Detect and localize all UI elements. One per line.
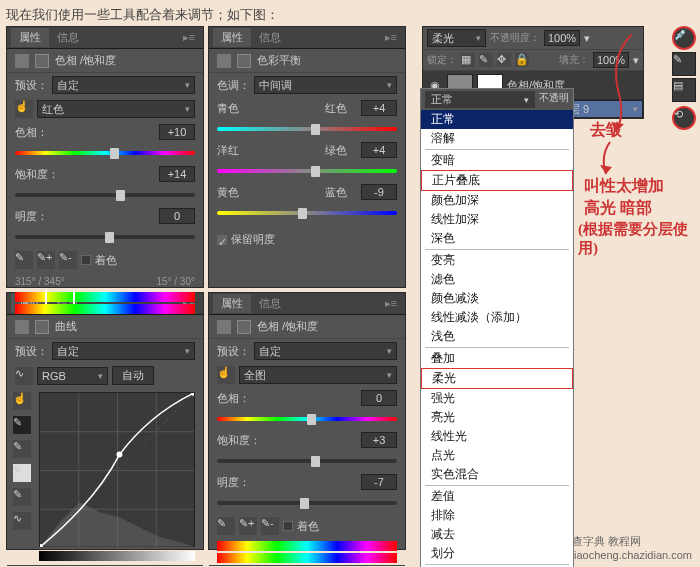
preset-select[interactable]: 自定 — [254, 342, 397, 360]
hue-value[interactable]: 0 — [361, 390, 397, 406]
stamp-tool-icon[interactable]: ▤ — [672, 78, 696, 102]
point-icon[interactable]: ∿ — [15, 367, 33, 385]
preset-label: 预设： — [15, 78, 48, 93]
preset-select[interactable]: 自定 — [52, 76, 195, 94]
light-slider[interactable] — [217, 496, 397, 510]
blend-option[interactable]: 线性加深 — [421, 210, 573, 229]
handwriting-note-3: 高光 暗部 — [584, 198, 652, 219]
preset-select[interactable]: 自定 — [52, 342, 195, 360]
blend-option[interactable]: 点光 — [421, 446, 573, 465]
hue-slider[interactable] — [15, 146, 195, 160]
blend-option[interactable]: 颜色减淡 — [421, 289, 573, 308]
lock-paint-icon[interactable]: ✎ — [479, 53, 493, 67]
history-brush-tool-icon[interactable]: ⟲ — [672, 106, 696, 130]
eyedropper-icon[interactable]: ✎ — [217, 517, 235, 535]
pencil-icon[interactable]: ✎ — [13, 488, 31, 506]
colorize-checkbox[interactable] — [81, 255, 91, 265]
blend-option[interactable]: 正片叠底 — [421, 170, 573, 191]
blend-option[interactable]: 变暗 — [421, 151, 573, 170]
lock-pixels-icon[interactable]: ▦ — [461, 53, 475, 67]
blend-head-select[interactable]: 正常 — [425, 91, 535, 108]
blend-option[interactable]: 溶解 — [421, 129, 573, 148]
tab-properties[interactable]: 属性 — [213, 28, 251, 47]
hue-value[interactable]: +10 — [159, 124, 195, 140]
opacity-arrow-icon[interactable]: ▾ — [584, 32, 590, 45]
blend-option[interactable]: 强光 — [421, 389, 573, 408]
cyan-red-value[interactable]: +4 — [361, 100, 397, 116]
target-icon[interactable]: ☝ — [13, 392, 31, 410]
mask-icon — [237, 54, 251, 68]
blend-option[interactable]: 叠加 — [421, 349, 573, 368]
eyedropper-sub-icon[interactable]: ✎- — [261, 517, 279, 535]
menu-separator — [425, 485, 569, 486]
magenta-green-slider[interactable] — [217, 164, 397, 178]
lock-move-icon[interactable]: ✥ — [497, 53, 511, 67]
brush-tool-icon[interactable]: ✎ — [672, 52, 696, 76]
channel-select[interactable]: 全图 — [239, 366, 397, 384]
finger-icon[interactable]: ☝ — [15, 100, 33, 118]
blend-option[interactable]: 滤色 — [421, 270, 573, 289]
black-point-icon[interactable]: ✎ — [13, 416, 31, 434]
tone-select[interactable]: 中间调 — [254, 76, 397, 94]
channel-select[interactable]: 红色 — [37, 100, 195, 118]
light-value[interactable]: 0 — [159, 208, 195, 224]
eyedropper-icon[interactable]: ✎ — [15, 251, 33, 269]
blend-option[interactable]: 颜色加深 — [421, 191, 573, 210]
curve-graph[interactable] — [39, 392, 195, 547]
yellow-blue-slider[interactable] — [217, 206, 397, 220]
colorize-label: 着色 — [95, 253, 117, 268]
white-point-icon[interactable]: ✎ — [13, 464, 31, 482]
channel-select[interactable]: RGB — [37, 367, 108, 385]
blend-option[interactable]: 变亮 — [421, 251, 573, 270]
smooth-icon[interactable]: ∿ — [13, 512, 31, 530]
finger-icon[interactable]: ☝ — [217, 366, 235, 384]
opacity-label: 不透明度： — [490, 31, 540, 45]
yellow-blue-value[interactable]: -9 — [361, 184, 397, 200]
preserve-lum-checkbox[interactable]: ✓ — [217, 235, 227, 245]
lock-all-icon[interactable]: 🔒 — [515, 53, 529, 67]
eyedropper-add-icon[interactable]: ✎+ — [239, 517, 257, 535]
sat-value[interactable]: +3 — [361, 432, 397, 448]
tab-properties[interactable]: 属性 — [213, 294, 251, 313]
sat-label: 饱和度： — [217, 433, 261, 448]
blend-option[interactable]: 正常 — [421, 110, 573, 129]
blend-option[interactable]: 亮光 — [421, 408, 573, 427]
tab-info[interactable]: 信息 — [251, 294, 289, 313]
hue-slider[interactable] — [217, 412, 397, 426]
opacity-value[interactable]: 100% — [544, 30, 580, 46]
blend-option[interactable]: 划分 — [421, 544, 573, 563]
blend-option[interactable]: 线性减淡（添加） — [421, 308, 573, 327]
hue-range-bar[interactable] — [15, 292, 195, 302]
auto-button[interactable]: 自动 — [112, 366, 154, 385]
blend-option[interactable]: 减去 — [421, 525, 573, 544]
blend-option[interactable]: 排除 — [421, 506, 573, 525]
eyedropper-tool-icon[interactable]: 💉 — [672, 26, 696, 50]
panel-menu-icon[interactable]: ▸≡ — [381, 31, 401, 44]
panel-menu-icon[interactable]: ▸≡ — [381, 297, 401, 310]
panel-title: 色相 /饱和度 — [257, 319, 318, 334]
mask-icon — [35, 54, 49, 68]
blend-mode-dropdown: 正常 不透明 正常溶解变暗正片叠底颜色加深线性加深深色变亮滤色颜色减淡线性减淡（… — [420, 88, 574, 567]
sat-value[interactable]: +14 — [159, 166, 195, 182]
blend-option[interactable]: 线性光 — [421, 427, 573, 446]
tab-info[interactable]: 信息 — [251, 28, 289, 47]
blend-option[interactable]: 深色 — [421, 229, 573, 248]
tab-properties[interactable]: 属性 — [11, 28, 49, 47]
cyan-red-slider[interactable] — [217, 122, 397, 136]
tab-info[interactable]: 信息 — [49, 28, 87, 47]
sat-slider[interactable] — [15, 188, 195, 202]
colorize-checkbox[interactable] — [283, 521, 293, 531]
blend-option[interactable]: 柔光 — [421, 368, 573, 389]
blend-mode-select[interactable]: 柔光 — [427, 29, 486, 47]
blend-option[interactable]: 实色混合 — [421, 465, 573, 484]
gray-point-icon[interactable]: ✎ — [13, 440, 31, 458]
magenta-green-value[interactable]: +4 — [361, 142, 397, 158]
light-value[interactable]: -7 — [361, 474, 397, 490]
blend-option[interactable]: 差值 — [421, 487, 573, 506]
blend-option[interactable]: 浅色 — [421, 327, 573, 346]
eyedropper-add-icon[interactable]: ✎+ — [37, 251, 55, 269]
light-slider[interactable] — [15, 230, 195, 244]
sat-slider[interactable] — [217, 454, 397, 468]
eyedropper-sub-icon[interactable]: ✎- — [59, 251, 77, 269]
panel-menu-icon[interactable]: ▸≡ — [179, 31, 199, 44]
